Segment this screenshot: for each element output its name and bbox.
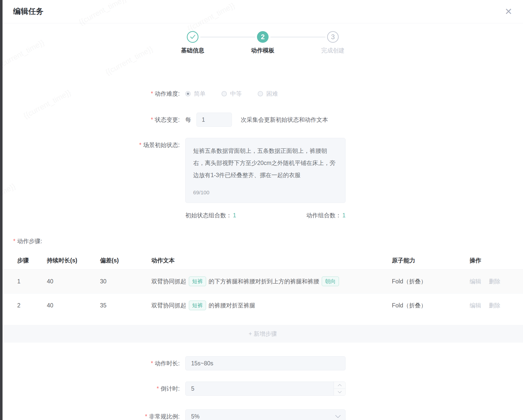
- difficulty-row: *动作难度: 简单 中等 困难: [3, 89, 523, 98]
- header-action-text: 动作文本: [151, 257, 392, 264]
- action-duration-label: *动作时长:: [3, 360, 180, 367]
- step-basic-info: 基础信息: [158, 31, 228, 54]
- required-marker: *: [151, 360, 153, 367]
- header-operation: 操作: [470, 257, 523, 264]
- chevron-down-icon: [338, 391, 342, 393]
- cell-deviation: 35: [100, 302, 151, 309]
- delete-link[interactable]: 删除: [489, 278, 500, 285]
- step-action-template: 2 动作模板: [228, 31, 298, 54]
- edit-task-dialog: {{current_time}}{{current_time}}{{curren…: [3, 0, 523, 420]
- close-icon[interactable]: ✕: [505, 7, 512, 16]
- radio-button-icon: [258, 91, 263, 96]
- radio-hard[interactable]: 困难: [258, 90, 278, 98]
- initial-state-textarea[interactable]: 短裤五条数据背面朝上，五条数据正面朝上，裤腰朝右，离头部视野下方至少20cm之外…: [185, 138, 346, 203]
- countdown-value: 5: [191, 385, 194, 392]
- step-label: 动作模板: [228, 47, 298, 54]
- initial-state-text: 短裤五条数据背面朝上，五条数据正面朝上，裤腰朝右，离头部视野下方至少20cm之外…: [193, 148, 335, 178]
- required-marker: *: [151, 90, 153, 97]
- initial-state-label: *场景初始状态:: [3, 138, 180, 149]
- orientation-tag: 朝向: [322, 277, 339, 286]
- step-label: 基础信息: [158, 47, 228, 54]
- required-marker: *: [13, 238, 15, 244]
- unusual-ratio-row: *非常规比例: 5%: [3, 409, 523, 420]
- background-page-edge: [0, 0, 3, 420]
- radio-medium[interactable]: 中等: [222, 90, 242, 98]
- cell-operation: 编辑 删除: [470, 302, 523, 309]
- table-header-row: 步骤 持续时长(s) 偏差(s) 动作文本 原子能力 操作: [3, 251, 523, 269]
- cell-action-text: 双臂协同抓起 短裤 的裤腰对折至裤腿: [151, 301, 392, 310]
- dialog-title: 编辑任务: [13, 6, 44, 17]
- step-complete-creation: 3 完成创建: [298, 31, 368, 54]
- increase-button[interactable]: [334, 382, 345, 389]
- edit-link[interactable]: 编辑: [470, 302, 481, 309]
- radio-button-icon: [185, 91, 191, 96]
- action-steps-section-label: *动作步骤:: [13, 237, 523, 245]
- difficulty-label: *动作难度:: [3, 90, 180, 98]
- state-change-input[interactable]: 1: [196, 113, 232, 127]
- radio-button-icon: [222, 91, 227, 96]
- required-marker: *: [139, 142, 142, 148]
- action-duration-input[interactable]: 15s~80s: [185, 356, 346, 370]
- header-deviation: 偏差(s): [100, 257, 151, 264]
- cell-atomic-ability: Fold（折叠）: [392, 302, 470, 309]
- delete-link[interactable]: 删除: [489, 302, 500, 309]
- unusual-ratio-label: *非常规比例:: [3, 413, 180, 420]
- state-change-label: *状态变更:: [3, 116, 180, 124]
- chevron-up-icon: [338, 384, 342, 386]
- initial-state-row: *场景初始状态: 短裤五条数据背面朝上，五条数据正面朝上，裤腰朝右，离头部视野下…: [3, 138, 523, 203]
- unusual-ratio-value: 5%: [191, 413, 199, 420]
- difficulty-options: 简单 中等 困难: [185, 90, 294, 98]
- stepper: 基础信息 2 动作模板 3 完成创建: [158, 31, 368, 59]
- bottom-form: *动作时长: 15s~80s *倒计时: 5: [3, 356, 523, 420]
- char-counter: 69/100: [193, 186, 209, 199]
- cell-duration: 40: [47, 302, 100, 309]
- dialog-header: 编辑任务 ✕: [3, 0, 523, 23]
- step-3-circle: 3: [327, 31, 339, 43]
- cell-deviation: 30: [100, 278, 151, 285]
- action-combo-count: 动作组合数：1: [306, 212, 346, 219]
- action-combo-value: 1: [342, 212, 346, 219]
- required-marker: *: [145, 413, 147, 420]
- countdown-label: *倒计时:: [3, 385, 180, 393]
- table-row: 1 40 30 双臂协同抓起 短裤 的下方裤腿和裤腰对折到上方的裤腿和裤腰 朝向…: [3, 269, 523, 293]
- edit-link[interactable]: 编辑: [470, 278, 481, 285]
- state-change-prefix: 每: [185, 116, 191, 124]
- combo-counts-row: 初始状态组合数：1 动作组合数：1: [185, 212, 346, 219]
- action-duration-value: 15s~80s: [191, 360, 213, 367]
- number-spinner: [334, 382, 345, 395]
- check-circle-icon: [187, 31, 198, 43]
- radio-label: 简单: [194, 90, 206, 98]
- table-row: 2 40 35 双臂协同抓起 短裤 的裤腰对折至裤腿 Fold（折叠） 编辑 删…: [3, 293, 523, 317]
- cell-step: 2: [17, 302, 47, 309]
- cell-atomic-ability: Fold（折叠）: [392, 278, 470, 285]
- decrease-button[interactable]: [334, 389, 345, 396]
- object-tag: 短裤: [189, 301, 206, 310]
- object-tag: 短裤: [189, 277, 206, 286]
- action-duration-row: *动作时长: 15s~80s: [3, 356, 523, 370]
- step-2-circle: 2: [257, 31, 269, 43]
- initial-state-combo-count: 初始状态组合数：1: [185, 212, 236, 219]
- unusual-ratio-select[interactable]: 5%: [185, 409, 346, 420]
- initial-combo-value: 1: [233, 212, 236, 219]
- header-step: 步骤: [17, 257, 47, 264]
- header-duration: 持续时长(s): [47, 257, 100, 264]
- action-template-form: *动作难度: 简单 中等 困难 *状态变更:: [3, 89, 523, 420]
- required-marker: *: [157, 385, 159, 392]
- action-steps-table: 步骤 持续时长(s) 偏差(s) 动作文本 原子能力 操作 1 40 30 双臂…: [3, 251, 523, 343]
- cell-step: 1: [17, 278, 47, 285]
- cell-duration: 40: [47, 278, 100, 285]
- header-atomic-ability: 原子能力: [392, 257, 470, 264]
- cell-operation: 编辑 删除: [470, 278, 523, 285]
- add-step-button[interactable]: + 新增步骤: [3, 325, 523, 343]
- step-label: 完成创建: [298, 47, 368, 54]
- state-change-row: *状态变更: 每 1 次采集会更新初始状态和动作文本: [3, 113, 523, 127]
- chevron-down-icon: [335, 415, 341, 418]
- required-marker: *: [151, 116, 153, 123]
- radio-label: 困难: [266, 90, 278, 98]
- check-icon: [189, 33, 196, 40]
- countdown-input[interactable]: 5: [185, 382, 346, 396]
- countdown-row: *倒计时: 5: [3, 382, 523, 396]
- state-change-suffix: 次采集会更新初始状态和动作文本: [241, 116, 328, 124]
- radio-simple[interactable]: 简单: [185, 90, 206, 98]
- cell-action-text: 双臂协同抓起 短裤 的下方裤腿和裤腰对折到上方的裤腿和裤腰 朝向: [151, 277, 392, 286]
